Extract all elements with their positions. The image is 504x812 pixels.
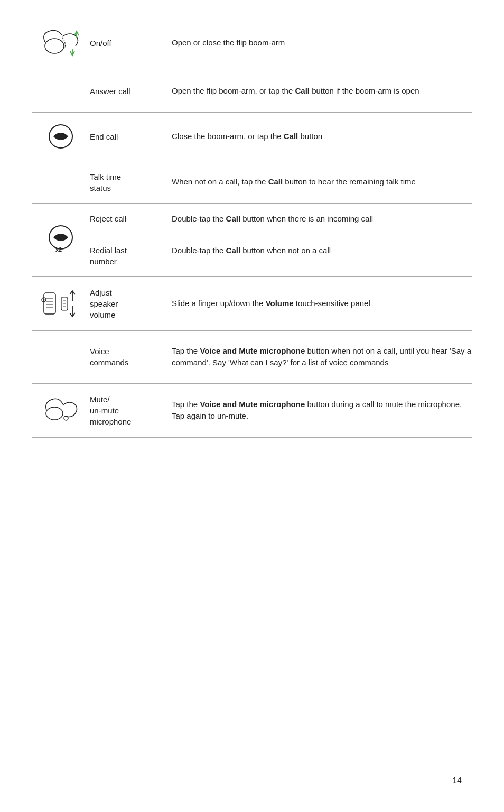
grouped-reject-redial: x2 Reject call Double-tap the Call butto… [32,204,472,277]
desc-redial: Double-tap the Call button when not on a… [172,245,472,267]
row-on-off: On/off Open or close the flip boom-arm [32,16,472,70]
main-table: On/off Open or close the flip boom-arm A… [32,16,472,438]
label-talk-time: Talk timestatus [90,171,172,193]
svg-rect-6 [44,293,55,314]
icon-x2: x2 [32,204,90,276]
svg-rect-15 [61,297,68,310]
grouped-right: Reject call Double-tap the Call button w… [90,204,472,276]
row-adjust-volume: Adjustspeakervolume Slide a finger up/do… [32,277,472,331]
row-end-call: End call Close the boom-arm, or tap the … [32,113,472,161]
label-answer-call: Answer call [90,86,172,97]
label-mute: Mute/un-mutemicrophone [90,394,172,427]
icon-mute [32,393,90,428]
svg-point-0 [45,39,64,53]
desc-on-off: Open or close the flip boom-arm [172,37,472,49]
desc-end-call: Close the boom-arm, or tap the Call butt… [172,131,472,143]
grouped-inner: x2 Reject call Double-tap the Call butto… [32,204,472,276]
icon-on-off [32,26,90,60]
desc-mute: Tap the Voice and Mute microphone button… [172,399,472,422]
svg-point-12 [43,299,44,300]
label-on-off: On/off [90,38,172,49]
icon-end-call [32,122,90,151]
sub-reject-call: Reject call Double-tap the Call button w… [90,204,472,235]
desc-adjust-volume: Slide a finger up/down the Volume touch-… [172,298,472,310]
sub-redial: Redial lastnumber Double-tap the Call bu… [90,235,472,276]
desc-voice-commands: Tap the Voice and Mute microphone button… [172,345,472,369]
icon-volume [32,287,90,321]
svg-point-19 [46,407,63,420]
label-voice-commands: Voicecommands [90,346,172,368]
desc-talk-time: When not on a call, tap the Call button … [172,176,472,188]
label-end-call: End call [90,131,172,142]
desc-answer-call: Open the flip boom-arm, or tap the Call … [172,85,472,97]
label-redial: Redial lastnumber [90,245,172,267]
desc-reject-call: Double-tap the Call button when there is… [172,213,472,225]
row-mute: Mute/un-mutemicrophone Tap the Voice and… [32,384,472,438]
row-voice-commands: Voicecommands Tap the Voice and Mute mic… [32,331,472,384]
label-reject-call: Reject call [90,213,172,225]
row-talk-time: Talk timestatus When not on a call, tap … [32,161,472,204]
label-adjust-volume: Adjustspeakervolume [90,287,172,320]
svg-text:x2: x2 [55,246,62,253]
row-answer-call: Answer call Open the flip boom-arm, or t… [32,70,472,113]
page-number: 14 [452,776,462,786]
